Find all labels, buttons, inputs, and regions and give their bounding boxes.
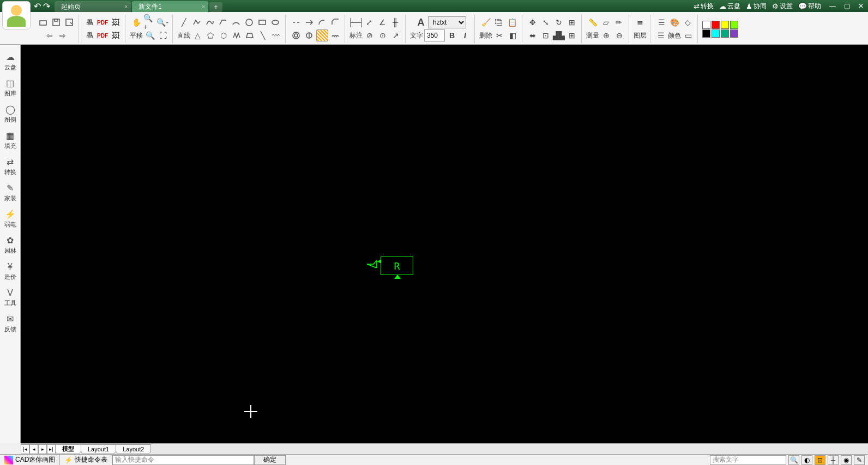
freehand-button[interactable]: 〰 <box>270 29 282 41</box>
measure-dist-button[interactable]: 📏 <box>587 16 599 28</box>
sidebar-home[interactable]: ✎家装 <box>1 180 20 205</box>
link-collab[interactable]: ♟协同 <box>746 2 767 11</box>
color-purple[interactable] <box>730 29 738 38</box>
sidebar-garden[interactable]: ✿园林 <box>1 233 20 258</box>
pdf2-button[interactable]: PDF <box>97 29 108 41</box>
undo-button[interactable]: ↶ <box>34 1 41 11</box>
erase-button[interactable]: 🧹 <box>480 16 492 28</box>
command-input[interactable]: 输入快捷命令 <box>112 455 254 465</box>
link-help[interactable]: 💬帮助 <box>798 2 821 11</box>
triangle-button[interactable]: △ <box>191 29 203 41</box>
color-red[interactable] <box>712 21 720 29</box>
back-button[interactable]: ⇦ <box>44 29 56 41</box>
array-button[interactable]: ⊞ <box>566 29 578 41</box>
polygon-button[interactable]: ⬡ <box>218 29 230 41</box>
layer-color-button[interactable]: 🎨 <box>668 16 680 28</box>
mirror-button[interactable]: ▟▙ <box>553 29 565 41</box>
tab-start-page[interactable]: 起始页 × <box>55 1 131 12</box>
align-button[interactable]: ⊞ <box>566 16 578 28</box>
dim-angular-button[interactable]: ∠ <box>376 16 388 28</box>
polyline-button[interactable] <box>191 16 203 28</box>
color-yellow[interactable] <box>721 21 729 29</box>
sidebar-legend[interactable]: ◯图例 <box>1 102 20 127</box>
new-tab-button[interactable]: + <box>209 2 222 12</box>
search-text-input[interactable]: 搜索文字 <box>710 455 786 465</box>
sidebar-cloud[interactable]: ☁云盘 <box>1 49 20 74</box>
save-as-button[interactable] <box>63 16 75 28</box>
sidebar-gallery[interactable]: ◫图库 <box>1 75 20 100</box>
sidebar-electrical[interactable]: ⚡弱电 <box>1 206 20 231</box>
toggle-snap-button[interactable]: ⊡ <box>815 455 825 465</box>
app-avatar-icon[interactable] <box>2 1 31 29</box>
drawing-canvas[interactable]: R <box>21 45 868 443</box>
tab-layout1[interactable]: Layout1 <box>81 444 116 454</box>
layer-list-button[interactable]: ☰ <box>655 16 667 28</box>
cut-button[interactable]: ✂ <box>493 29 505 41</box>
zoom-extents-button[interactable]: ⛶ <box>157 29 169 41</box>
measure-sum-button[interactable]: ⊕ <box>600 29 612 41</box>
spline-button[interactable] <box>204 16 216 28</box>
dim-linear-button[interactable]: ├─┤ <box>350 16 362 28</box>
color-black[interactable] <box>702 29 710 38</box>
measure-sub-button[interactable]: ⊖ <box>613 29 625 41</box>
print-button[interactable]: 🖶 <box>83 16 95 28</box>
color-cyan[interactable] <box>712 29 720 38</box>
dim-radius-button[interactable]: ⊘ <box>364 29 376 41</box>
search-button[interactable]: 🔍 <box>788 455 799 465</box>
layer-manager-button[interactable]: ≣ <box>634 16 646 28</box>
chamfer-button[interactable] <box>329 16 341 28</box>
ok-button[interactable]: 确定 <box>254 455 286 465</box>
extend-button[interactable] <box>303 16 315 28</box>
link-convert[interactable]: ⇄转换 <box>694 2 714 11</box>
tab-new-file[interactable]: 新文件1 × <box>132 1 208 12</box>
sidebar-cost[interactable]: ¥造价 <box>1 259 20 284</box>
bold-button[interactable]: B <box>446 29 458 41</box>
tab-prev-button[interactable]: ◂ <box>29 444 38 454</box>
dim-aligned-button[interactable]: ⤢ <box>363 16 375 28</box>
tab-last-button[interactable]: ▸| <box>47 444 56 454</box>
link-settings[interactable]: ⚙设置 <box>772 2 793 11</box>
paste-button[interactable]: 📋 <box>506 16 518 28</box>
close-window-button[interactable]: ✕ <box>854 0 868 12</box>
italic-button[interactable]: I <box>459 29 471 41</box>
minimize-button[interactable]: — <box>825 0 840 12</box>
measure-area-button[interactable]: ▱ <box>600 16 612 28</box>
link-cloud[interactable]: ☁云盘 <box>719 2 740 11</box>
close-icon[interactable]: × <box>124 4 128 10</box>
fillet-button[interactable] <box>316 16 328 28</box>
stretch-button[interactable]: ⬌ <box>527 29 539 41</box>
maximize-button[interactable]: ▢ <box>840 0 854 12</box>
line-button[interactable]: ╱ <box>178 16 190 28</box>
dim-leader-button[interactable]: ↗ <box>390 29 402 41</box>
block-button[interactable]: ◧ <box>507 29 519 41</box>
ray-button[interactable]: ╲ <box>257 29 269 41</box>
revcloud-button[interactable] <box>329 29 341 41</box>
tab-layout2[interactable]: Layout2 <box>116 444 151 454</box>
toggle-osnap-button[interactable]: ◉ <box>841 455 852 465</box>
sidebar-hatch[interactable]: ▦填充 <box>1 128 20 153</box>
break-button[interactable] <box>290 16 302 28</box>
arc-button[interactable] <box>230 16 242 28</box>
pentagon-button[interactable]: ⬠ <box>204 29 216 41</box>
redo-button[interactable]: ↷ <box>43 1 50 11</box>
ellipse-button[interactable] <box>269 16 281 28</box>
shortcut-table-button[interactable]: ⚡ 快捷命令表 <box>60 455 112 466</box>
text-button[interactable]: A <box>415 16 427 28</box>
color-green[interactable] <box>730 21 738 29</box>
move-button[interactable]: ✥ <box>527 16 539 28</box>
open-button[interactable] <box>37 16 49 28</box>
print2-button[interactable]: 🖶 <box>83 29 95 41</box>
color-teal[interactable] <box>721 29 729 38</box>
dim-ordinate-button[interactable]: ╫ <box>389 16 401 28</box>
close-icon[interactable]: × <box>202 4 205 10</box>
zoom-out-button[interactable]: 🔍- <box>156 16 168 28</box>
layer-off-button[interactable]: ☰ <box>655 29 667 41</box>
trim-button[interactable] <box>303 29 315 41</box>
font-select[interactable]: hztxt <box>428 16 466 28</box>
tab-model[interactable]: 模型 <box>55 444 81 454</box>
rotate-button[interactable]: ↻ <box>553 16 565 28</box>
save-button[interactable] <box>50 16 62 28</box>
hatch-button[interactable] <box>316 29 328 41</box>
toggle-grid-button[interactable]: ┼ <box>828 455 839 465</box>
trapezoid-button[interactable] <box>244 29 256 41</box>
